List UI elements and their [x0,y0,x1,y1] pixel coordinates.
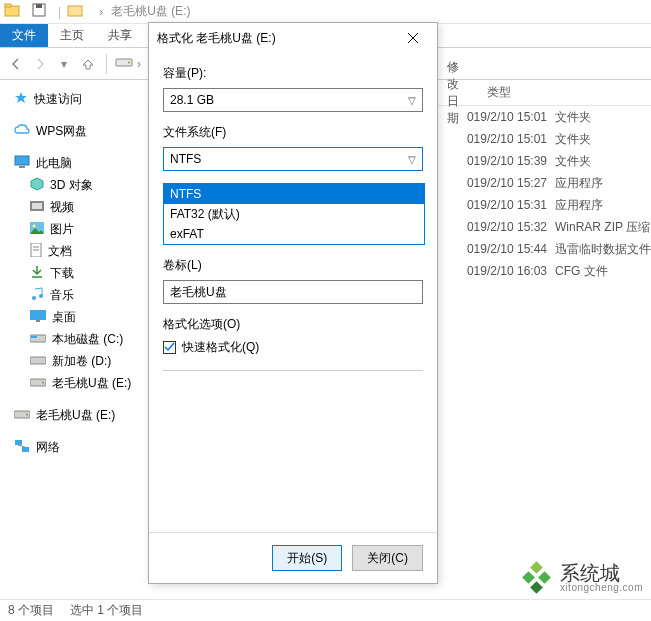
cell-type: 迅雷临时数据文件 [555,241,651,258]
tab-home[interactable]: 主页 [48,24,96,47]
network-icon [14,439,30,456]
format-dialog: 格式化 老毛桃U盘 (E:) 容量(P): 28.1 GB ▽ 文件系统(F) … [148,22,438,584]
cell-type: 应用程序 [555,197,651,214]
sidebar-item-label: 音乐 [50,287,74,304]
tab-share[interactable]: 共享 [96,24,144,47]
sidebar-item-thispc[interactable]: 此电脑 [4,152,143,174]
cell-type: 应用程序 [555,175,651,192]
sidebar-item-label: 文档 [48,243,72,260]
close-button[interactable] [397,26,429,50]
sidebar-item-downloads[interactable]: 下载 [4,262,143,284]
brand-url: xitongcheng.com [560,583,643,593]
svg-rect-22 [31,336,37,338]
sidebar-item-label: 本地磁盘 (C:) [52,331,123,348]
drive-icon [30,354,46,369]
up-button[interactable] [78,54,98,74]
sidebar-item-videos[interactable]: 视频 [4,196,143,218]
sidebar-item-desktop[interactable]: 桌面 [4,306,143,328]
sidebar-item-label: 新加卷 (D:) [52,353,111,370]
svg-rect-10 [32,203,42,209]
svg-rect-29 [22,447,29,452]
filesystem-dropdown: NTFS FAT32 (默认) exFAT [163,183,425,245]
usb-icon [30,376,46,391]
svg-rect-23 [30,357,46,364]
sidebar-item-music[interactable]: 音乐 [4,284,143,306]
folder-icon [4,2,26,21]
forward-button[interactable] [30,54,50,74]
save-icon[interactable] [32,3,52,20]
svg-rect-32 [522,571,535,584]
status-selected: 选中 1 个项目 [70,602,143,619]
sidebar: 快速访问 WPS网盘 此电脑 3D 对象 视频 图片 文档 [0,80,147,599]
quick-format-checkbox[interactable] [163,341,176,354]
monitor-icon [14,155,30,172]
quick-format-label: 快速格式化(Q) [182,339,259,356]
sidebar-item-label: 桌面 [52,309,76,326]
document-icon [30,243,42,260]
sidebar-item-wps[interactable]: WPS网盘 [4,120,143,142]
svg-point-27 [26,413,28,415]
sidebar-item-usbe2[interactable]: 老毛桃U盘 (E:) [4,404,143,426]
tab-file[interactable]: 文件 [0,24,48,47]
svg-point-18 [39,294,43,298]
sidebar-item-pictures[interactable]: 图片 [4,218,143,240]
divider [163,370,423,371]
window-title: 老毛桃U盘 (E:) [111,3,190,20]
sidebar-item-vold[interactable]: 新加卷 (D:) [4,350,143,372]
sidebar-item-label: 此电脑 [36,155,72,172]
close-dialog-button[interactable]: 关闭(C) [352,545,423,571]
sidebar-item-network[interactable]: 网络 [4,436,143,458]
sidebar-item-localc[interactable]: 本地磁盘 (C:) [4,328,143,350]
chevron-down-icon[interactable]: ▾ [54,54,74,74]
svg-rect-20 [36,320,40,322]
sidebar-item-label: 网络 [36,439,60,456]
svg-rect-28 [15,440,22,445]
filesystem-label: 文件系统(F) [163,124,423,141]
cell-type: WinRAR ZIP 压缩 [555,219,651,236]
cell-type: 文件夹 [555,153,651,170]
chevron-down-icon: ▽ [408,95,416,106]
svg-rect-8 [19,166,25,168]
cell-type: 文件夹 [555,131,651,148]
sidebar-item-quick[interactable]: 快速访问 [4,88,143,110]
sidebar-item-label: 快速访问 [34,91,82,108]
svg-point-17 [32,296,36,300]
svg-rect-19 [30,310,46,320]
sidebar-item-3d[interactable]: 3D 对象 [4,174,143,196]
options-label: 格式化选项(O) [163,316,423,333]
dropdown-option-ntfs[interactable]: NTFS [164,184,424,204]
dropdown-option-exfat[interactable]: exFAT [164,224,424,244]
video-icon [30,200,44,215]
cloud-icon [14,124,30,139]
sidebar-item-documents[interactable]: 文档 [4,240,143,262]
cell-type: CFG 文件 [555,263,651,280]
cell-type: 文件夹 [555,109,651,126]
svg-rect-3 [36,4,42,8]
volume-label-input[interactable]: 老毛桃U盘 [163,280,423,304]
brand-logo: 系统城 xitongcheng.com [520,561,643,595]
divider-icon: | [58,5,61,19]
close-icon [407,32,419,44]
capacity-select[interactable]: 28.1 GB ▽ [163,88,423,112]
window-titlebar: | › 老毛桃U盘 (E:) [0,0,651,24]
sidebar-item-label: 视频 [50,199,74,216]
back-button[interactable] [6,54,26,74]
sidebar-item-usbe1[interactable]: 老毛桃U盘 (E:) [4,372,143,394]
svg-rect-1 [5,4,11,7]
dialog-title: 格式化 老毛桃U盘 (E:) [157,30,276,47]
statusbar: 8 个项目 选中 1 个项目 [0,599,651,621]
start-button[interactable]: 开始(S) [272,545,342,571]
desktop-icon [30,310,46,325]
dialog-titlebar: 格式化 老毛桃U盘 (E:) [149,23,437,53]
dropdown-option-fat32[interactable]: FAT32 (默认) [164,204,424,224]
svg-rect-34 [530,581,543,594]
sidebar-item-label: 图片 [50,221,74,238]
filesystem-select[interactable]: NTFS ▽ [163,147,423,171]
logo-icon [520,561,554,595]
col-type[interactable]: 类型 [447,84,511,101]
svg-point-6 [128,62,130,64]
drive-icon [115,55,133,72]
check-icon [164,342,175,353]
divider [106,54,107,74]
sidebar-item-label: 下载 [50,265,74,282]
